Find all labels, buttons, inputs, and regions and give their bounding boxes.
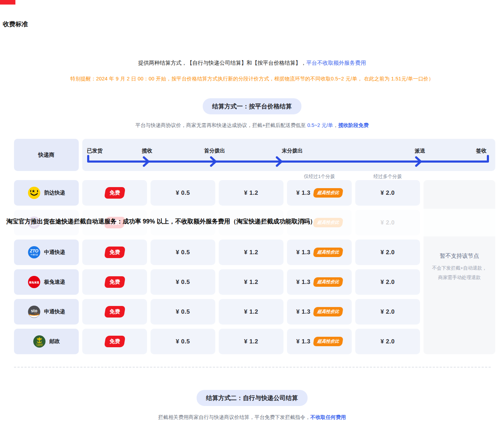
china-post-logo-icon: 中国邮政 CHINA POST xyxy=(33,335,46,348)
price-cell: ¥ 0.5 xyxy=(150,240,215,265)
unsupported-node-cell: 暂不支持该节点 不会下发拦截+自动退款， 商家需手动处理退款 xyxy=(424,180,495,354)
dashed-divider xyxy=(14,367,491,368)
timeline-arrow-icon xyxy=(82,139,495,171)
price-value: ¥ 1.2 xyxy=(244,249,258,256)
price-cell-with-badge: ¥ 1.3 超高性价比 xyxy=(287,240,352,265)
price-value: ¥ 1.3 xyxy=(296,249,310,256)
price-cell: ¥ 2.0 xyxy=(355,240,420,265)
price-value: ¥ 1.2 xyxy=(244,279,258,286)
price-value: ¥ 0.5 xyxy=(176,249,190,256)
price-cell-with-badge: ¥ 1.3 超高性价比 xyxy=(287,180,352,206)
mode1-desc-gray: 平台与快递商协议价，商家无需再和快递达成协议，拦截+拦截后配送费低至 xyxy=(135,122,307,128)
value-badge: 超高性价比 xyxy=(313,277,343,287)
intro-line: 提供两种结算方式，【自行与快递公司结算】和【按平台价格结算】，平台不收取额外服务… xyxy=(0,59,504,67)
price-value: ¥ 0.5 xyxy=(176,279,190,286)
price-value: ¥ 2.0 xyxy=(380,279,394,286)
price-value: ¥ 1.3 xyxy=(296,338,310,345)
svg-text:极兔速递: 极兔速递 xyxy=(29,281,40,284)
table-row: ZTO 中通快递 中通快递 免费 ¥ 0.5 ¥ 1.2 ¥ 1.3 超高性价比… xyxy=(14,240,495,265)
courier-name: 申通快递 xyxy=(44,308,65,315)
free-badge: 免费 xyxy=(104,306,125,318)
free-cell: 免费 xyxy=(82,180,147,206)
free-badge: 免费 xyxy=(104,247,125,258)
overlay-headline: 淘宝官方推出货在途快递拦截自动退服务：成功率 99% 以上，不收取额外服务费用（… xyxy=(6,217,316,226)
svg-text:CHINA POST: CHINA POST xyxy=(36,345,43,347)
intro-text: 提供两种结算方式，【自行与快递公司结算】和【按平台价格结算】， xyxy=(138,60,307,66)
price-value: ¥ 1.2 xyxy=(244,190,258,197)
price-cell: ¥ 1.2 xyxy=(219,329,284,354)
zto-logo-icon: ZTO 中通快递 xyxy=(28,246,41,259)
courier-cell: 极兔速递 极兔速递 xyxy=(14,269,79,295)
sto-logo-icon: sto express xyxy=(28,305,41,318)
free-cell: 免费 xyxy=(82,240,147,265)
mode1-desc-free: 揽收阶段免费 xyxy=(338,122,369,128)
price-cell: ¥ 1.2 xyxy=(219,299,284,325)
table-row: 韵达快递 免费 ¥ 0.5 ¥ 1.2 ¥ 1.3 超高性价比 ¥ 2.0 xyxy=(14,180,495,206)
yunda-logo-icon xyxy=(28,186,41,199)
price-cell: ¥ 0.5 xyxy=(150,269,215,295)
courier-name: 韵达快递 xyxy=(44,190,65,196)
value-badge: 超高性价比 xyxy=(313,188,343,198)
price-cell: ¥ 0.5 xyxy=(150,299,215,325)
price-cell-with-badge: ¥ 1.3 超高性价比 xyxy=(287,269,352,295)
mode2-desc-free: 不收取任何费用 xyxy=(310,414,346,420)
price-cell: ¥ 2.0 xyxy=(355,269,420,295)
free-cell: 免费 xyxy=(82,269,147,295)
price-value: ¥ 1.3 xyxy=(296,190,310,197)
top-left-red-bar xyxy=(0,0,15,5)
svg-text:中通快递: 中通快递 xyxy=(30,254,38,256)
courier-cell: 中国邮政 CHINA POST 邮政 xyxy=(14,329,79,354)
table-row: sto express 申通快递 免费 ¥ 0.5 ¥ 1.2 ¥ 1.3 超高… xyxy=(14,299,495,325)
price-cell: ¥ 1.2 xyxy=(219,269,284,295)
price-value: ¥ 1.3 xyxy=(296,308,310,315)
free-badge: 免费 xyxy=(104,336,125,347)
price-value: ¥ 1.2 xyxy=(244,308,258,315)
table-row: 中国邮政 CHINA POST 邮政 免费 ¥ 0.5 ¥ 1.2 ¥ 1.3 … xyxy=(14,329,495,354)
price-cell: ¥ 2.0 xyxy=(355,180,420,206)
intro-highlight: 平台不收取额外服务费用 xyxy=(306,60,366,66)
price-value: ¥ 0.5 xyxy=(176,308,190,315)
settlement-mode-2-pill: 结算方式二：自行与快递公司结算 xyxy=(197,390,308,406)
free-cell: 免费 xyxy=(82,299,147,325)
free-badge: 免费 xyxy=(104,187,125,199)
courier-name: 中通快递 xyxy=(44,249,65,256)
value-badge: 超高性价比 xyxy=(313,337,343,346)
price-cell: ¥ 1.2 xyxy=(219,180,284,206)
price-value: ¥ 2.0 xyxy=(380,190,394,197)
special-reminder: 特别提醒：2024 年 9 月 2 日 00：00 开始，按平台价格结算方式执行… xyxy=(0,76,504,82)
price-value: ¥ 2.0 xyxy=(380,308,394,315)
price-value: ¥ 2.0 xyxy=(380,249,394,256)
courier-cell: ZTO 中通快递 中通快递 xyxy=(14,240,79,265)
price-cell: ¥ 1.2 xyxy=(219,240,284,265)
price-value: ¥ 0.5 xyxy=(176,338,190,345)
svg-text:express: express xyxy=(34,313,38,314)
settlement-mode-1-pill: 结算方式一：按平台价格结算 xyxy=(203,98,301,114)
logistics-timeline: 已发货 揽收 首分拨出 末分拨出 派送 签收 xyxy=(82,139,495,171)
free-badge: 免费 xyxy=(104,276,125,288)
price-cell: ¥ 0.5 xyxy=(150,180,215,206)
free-cell: 免费 xyxy=(82,329,147,354)
settlement-mode-2-desc: 拦截相关费用商家自行与快递商议价结算，平台免费下发拦截指令，不收取任何费用 xyxy=(0,414,504,421)
mode1-desc-comma: ， xyxy=(333,122,338,128)
price-value: ¥ 1.3 xyxy=(296,279,310,286)
mode1-desc-price: 0.5~2 元/单 xyxy=(307,122,333,128)
value-badge: 超高性价比 xyxy=(313,248,343,257)
courier-name: 邮政 xyxy=(49,338,60,345)
courier-column-header: 快递商 xyxy=(14,139,79,171)
price-value: ¥ 1.2 xyxy=(244,338,258,345)
sub-header-one-sorting: 仅经过1个分拨 xyxy=(287,173,352,180)
svg-text:ZTO: ZTO xyxy=(29,249,38,254)
jt-logo-icon: 极兔速递 xyxy=(28,276,41,288)
price-cell: ¥ 2.0 xyxy=(355,329,420,354)
price-value: ¥ 0.5 xyxy=(176,190,190,197)
price-cell: ¥ 0.5 xyxy=(150,329,215,354)
sub-header-multi-sorting: 经过多个分拨 xyxy=(355,173,420,180)
value-badge: 超高性价比 xyxy=(313,307,343,316)
mode2-desc-gray: 拦截相关费用商家自行与快递商议价结算，平台免费下发拦截指令， xyxy=(158,414,310,420)
price-value: ¥ 2.0 xyxy=(380,338,394,345)
fee-standard-page: 收费标准 提供两种结算方式，【自行与快递公司结算】和【按平台价格结算】，平台不收… xyxy=(0,0,504,442)
price-cell-with-badge: ¥ 1.3 超高性价比 xyxy=(287,299,352,325)
courier-name: 极兔速递 xyxy=(44,279,65,285)
table-row: 极兔速递 极兔速递 免费 ¥ 0.5 ¥ 1.2 ¥ 1.3 超高性价比 ¥ 2… xyxy=(14,269,495,295)
settlement-mode-1-desc: 平台与快递商协议价，商家无需再和快递达成协议，拦截+拦截后配送费低至 0.5~2… xyxy=(0,122,504,129)
